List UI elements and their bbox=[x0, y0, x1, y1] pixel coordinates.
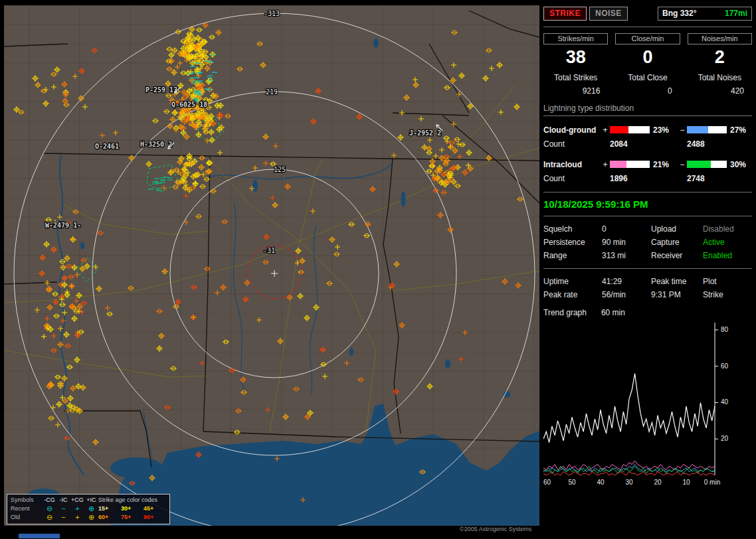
age-60: 60+ bbox=[98, 513, 121, 522]
cg-neg-pct: 23% bbox=[650, 125, 678, 135]
svg-text:40: 40 bbox=[721, 398, 729, 406]
ic-neg-count: 1896 bbox=[610, 174, 650, 183]
map-canvas[interactable]: -313219125-31P-259 13Q-6025 18H-3250 2O-… bbox=[4, 5, 539, 526]
cloud-ground-label: Cloud-ground bbox=[543, 125, 601, 135]
svg-text:P-259 13: P-259 13 bbox=[145, 86, 177, 94]
plot-label: Plot bbox=[703, 277, 752, 286]
strike-button[interactable]: STRIKE bbox=[543, 7, 587, 21]
receiver-label: Receiver bbox=[651, 251, 703, 260]
svg-text:219: 219 bbox=[266, 88, 278, 96]
total-noises-label: Total Noises bbox=[688, 73, 752, 82]
old-neg-ic-icon: − bbox=[56, 513, 70, 522]
bearing-readout: Bng 332° 177mi bbox=[658, 7, 752, 21]
squelch-value: 0 bbox=[602, 224, 651, 234]
svg-text:O-2461: O-2461 bbox=[95, 143, 119, 150]
recent-neg-ic-icon: − bbox=[56, 504, 70, 513]
persistence-value: 90 min bbox=[602, 238, 651, 247]
trend-graph-label: Trend graph bbox=[543, 308, 587, 317]
recent-pos-ic-icon: ⊕ bbox=[84, 504, 98, 513]
settings-grid: Squelch 0 Upload Disabled Persistence 90… bbox=[543, 222, 752, 262]
svg-text:60: 60 bbox=[721, 362, 729, 370]
legend-col-neg-cg: -CG bbox=[43, 496, 56, 504]
taskbar-fragment bbox=[19, 534, 60, 538]
intracloud-label: Intracloud bbox=[543, 160, 601, 169]
legend-recent-label: Recent bbox=[11, 504, 43, 513]
peak-rate-label: Peak rate bbox=[543, 290, 602, 299]
uptime-label: Uptime bbox=[543, 277, 602, 286]
svg-text:125: 125 bbox=[274, 166, 286, 173]
legend-col-pos-ic: +IC bbox=[84, 496, 98, 504]
ic-neg-bar bbox=[610, 161, 650, 168]
ic-neg-pct: 21% bbox=[650, 160, 678, 169]
ic-pos-count: 2748 bbox=[687, 174, 727, 183]
age-30: 30+ bbox=[121, 504, 143, 513]
uptime-value: 41:29 bbox=[602, 277, 651, 286]
svg-text:50: 50 bbox=[568, 479, 576, 486]
old-neg-cg-icon: ⊖ bbox=[43, 513, 56, 522]
plus-sign: + bbox=[601, 125, 610, 135]
count-label: Count bbox=[543, 174, 601, 183]
ic-pos-bar bbox=[687, 161, 727, 168]
range-value: 313 mi bbox=[602, 251, 651, 260]
recent-neg-cg-icon: ⊖ bbox=[43, 504, 56, 513]
svg-text:40: 40 bbox=[597, 479, 605, 486]
svg-text:Q-6025 18: Q-6025 18 bbox=[171, 101, 207, 108]
cg-pos-pct: 27% bbox=[727, 125, 752, 135]
age-75: 75+ bbox=[121, 513, 143, 522]
separator bbox=[543, 192, 752, 193]
receiver-status: Enabled bbox=[703, 251, 752, 260]
datetime-display: 10/18/2025 9:59:16 PM bbox=[543, 198, 752, 210]
total-noises-value: 420 bbox=[688, 86, 752, 96]
cg-neg-count: 2084 bbox=[610, 139, 650, 149]
age-45: 45+ bbox=[143, 504, 166, 513]
separator bbox=[543, 216, 752, 216]
cg-pos-count: 2488 bbox=[687, 139, 727, 149]
svg-text:-313: -313 bbox=[264, 10, 280, 17]
distribution-title: Lightning type distribution bbox=[543, 104, 752, 116]
svg-text:W-2479 1-: W-2479 1- bbox=[45, 222, 81, 229]
age-15: 15+ bbox=[98, 504, 121, 513]
old-pos-cg-icon: + bbox=[70, 513, 84, 522]
close-per-min-box: Close/min bbox=[615, 33, 680, 44]
cg-pos-bar bbox=[687, 126, 727, 133]
copyright-text: ©2005 Astrogenic Systems bbox=[460, 526, 531, 532]
svg-text:60: 60 bbox=[543, 479, 551, 486]
count-label: Count bbox=[543, 139, 601, 149]
old-pos-ic-icon: ⊕ bbox=[84, 513, 98, 522]
legend-symbols-header: Symbols bbox=[11, 496, 43, 504]
upload-label: Upload bbox=[651, 224, 703, 234]
lightning-map[interactable]: -313219125-31P-259 13Q-6025 18H-3250 2O-… bbox=[4, 5, 539, 526]
legend-age-header: Strike age color codes bbox=[98, 496, 166, 504]
minus-sign: − bbox=[678, 160, 687, 169]
noise-button[interactable]: NOISE bbox=[589, 7, 628, 21]
map-legend: Symbols -CG -IC +CG +IC Strike age color… bbox=[7, 494, 170, 524]
minus-sign: − bbox=[678, 125, 687, 135]
persistence-label: Persistence bbox=[543, 238, 602, 247]
ic-pos-pct: 30% bbox=[727, 160, 752, 169]
svg-text:J-2952 2: J-2952 2 bbox=[409, 129, 441, 137]
squelch-label: Squelch bbox=[543, 224, 602, 234]
plot-mode-value: Strike bbox=[703, 290, 752, 299]
status-panel: STRIKE NOISE Bng 332° 177mi Strikes/min … bbox=[543, 7, 752, 489]
svg-text:10: 10 bbox=[682, 479, 690, 486]
peak-time-value: 9:31 PM bbox=[651, 290, 703, 299]
strikes-per-min-box: Strikes/min bbox=[543, 33, 608, 44]
total-strikes-value: 9216 bbox=[543, 86, 608, 96]
total-close-value: 0 bbox=[615, 86, 680, 96]
capture-status: Active bbox=[703, 238, 752, 247]
trend-range-value: 60 min bbox=[601, 308, 625, 317]
age-90: 90+ bbox=[143, 513, 166, 522]
capture-label: Capture bbox=[651, 238, 703, 247]
recent-pos-cg-icon: + bbox=[70, 504, 84, 513]
bearing-value: Bng 332° bbox=[662, 9, 696, 18]
peak-rate-value: 56/min bbox=[602, 290, 651, 299]
svg-text:0 min: 0 min bbox=[704, 479, 720, 486]
plus-sign: + bbox=[601, 160, 610, 169]
intracloud-distribution: Intracloud + 21% − 30% Count 1896 2748 bbox=[543, 157, 752, 185]
nexstorm-window: -313219125-31P-259 13Q-6025 18H-3250 2O-… bbox=[0, 0, 756, 539]
svg-text:20: 20 bbox=[654, 479, 662, 486]
cg-neg-bar bbox=[610, 126, 650, 133]
noises-per-min-value: 2 bbox=[688, 47, 752, 68]
legend-old-label: Old bbox=[11, 513, 43, 522]
trend-graph-chart: 204060806050403020100 min bbox=[543, 320, 737, 487]
